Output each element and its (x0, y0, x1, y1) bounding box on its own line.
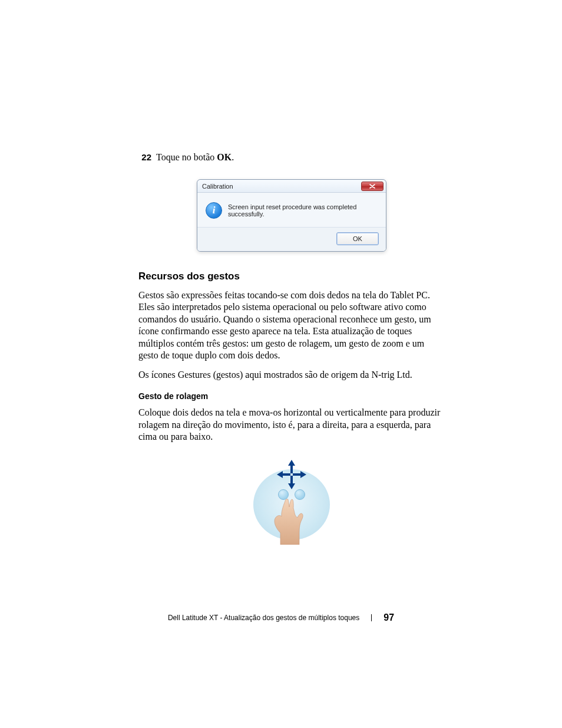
dialog-screenshot: Calibration i Screen input reset procedu… (138, 179, 445, 252)
subsection-paragraph: Coloque dois dedos na tela e mova-os hor… (138, 407, 445, 443)
close-icon (369, 184, 375, 189)
calibration-dialog: Calibration i Screen input reset procedu… (197, 179, 386, 252)
step-text-bold: OK (217, 152, 232, 162)
section-paragraph-2: Os ícones Gestures (gestos) aqui mostrad… (138, 369, 445, 381)
ok-button[interactable]: OK (336, 232, 379, 245)
info-icon: i (206, 202, 222, 219)
page-footer: Dell Latitude XT - Atualização dos gesto… (0, 612, 562, 623)
hand-icon (271, 499, 312, 545)
step-number: 22 (138, 152, 151, 163)
footer-page-number: 97 (384, 612, 394, 623)
dialog-message: Screen input reset procedure was complet… (228, 203, 378, 218)
move-arrows-icon (277, 460, 306, 489)
section-heading: Recursos dos gestos (138, 271, 445, 282)
subsection-heading: Gesto de rolagem (138, 391, 445, 401)
svg-marker-0 (288, 460, 295, 473)
close-button[interactable] (361, 182, 384, 191)
scroll-gesture-figure (138, 456, 445, 545)
dialog-title: Calibration (202, 183, 233, 190)
step-text: Toque no botão OK. (156, 152, 234, 163)
dialog-actions: OK (197, 228, 386, 251)
footer-title: Dell Latitude XT - Atualização dos gesto… (168, 614, 359, 622)
svg-marker-2 (277, 471, 290, 478)
step-text-before: Toque no botão (156, 152, 217, 162)
section-paragraph-1: Gestos são expressões feitas tocando-se … (138, 289, 445, 362)
footer-separator (371, 614, 372, 621)
numbered-step: 22 Toque no botão OK. (138, 152, 445, 163)
dialog-body: i Screen input reset procedure was compl… (197, 193, 386, 228)
dialog-titlebar: Calibration (197, 180, 386, 193)
step-text-after: . (232, 152, 234, 162)
svg-marker-1 (288, 476, 295, 489)
svg-marker-3 (293, 471, 306, 478)
